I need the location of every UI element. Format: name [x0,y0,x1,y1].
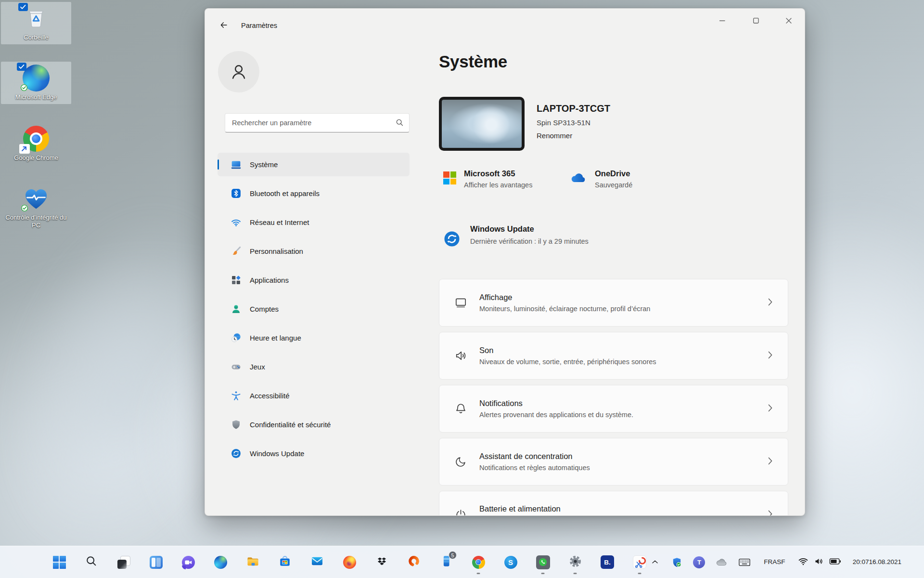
sidebar-item-accessibilite[interactable]: Accessibilité [218,384,410,407]
file-explorer-button[interactable] [239,550,266,575]
snipping-tool-button[interactable] [626,550,653,575]
card-son[interactable]: Son Niveaux de volume, sortie, entrée, p… [439,332,788,380]
microsoft-store-button[interactable] [271,550,298,575]
desktop-icon-edge[interactable]: Microsoft Edge [1,62,71,104]
personalization-icon [231,246,242,257]
tray-time: 20:07 [853,557,869,567]
sidebar-item-bluetooth[interactable]: Bluetooth et appareils [218,182,410,205]
touch-keyboard-icon[interactable] [739,558,750,566]
sidebar-item-windows-update[interactable]: Windows Update [218,442,410,465]
sound-icon [454,349,467,362]
windows-security-icon[interactable] [671,557,682,568]
sidebar-item-confidentialite[interactable]: Confidentialité et sécurité [218,413,410,436]
desktop-icon-label: Google Chrome [14,154,58,162]
sidebar-item-heure-langue[interactable]: Heure et langue [218,326,410,350]
card-batterie[interactable]: Batterie et alimentation [439,491,788,516]
running-indicator [574,573,577,574]
b-app-button[interactable]: B. [594,550,621,575]
dropbox-button[interactable] [368,550,395,575]
accounts-icon [231,303,242,315]
settings-taskbar-button[interactable] [562,550,589,575]
onedrive-cloud-icon [570,172,587,189]
start-button[interactable] [46,550,73,575]
office-icon [408,555,420,569]
pc-health-heart-icon [23,185,49,212]
battery-icon [829,558,841,567]
teams-icon[interactable]: T [693,556,705,568]
sidebar-item-personnalisation[interactable]: Personnalisation [218,239,410,263]
clock[interactable]: 20:07 16.08.2021 [853,557,901,567]
minimize-button[interactable] [711,13,733,29]
sidebar-item-label: Accessibilité [250,392,290,400]
onedrive-link[interactable]: OneDrive Sauvegardé [570,169,632,189]
taskbar-search-button[interactable] [78,550,105,575]
whatsapp-button[interactable] [529,550,556,575]
sidebar-item-systeme[interactable]: Système [218,153,410,176]
desktop-icon-chrome[interactable]: Google Chrome [1,122,71,165]
firefox-button[interactable] [336,550,363,575]
office-button[interactable] [400,550,427,575]
back-button[interactable] [216,19,232,33]
desktop-icon-label: Microsoft Edge [15,93,57,101]
desktop-icon-recycle-bin[interactable]: Corbeille [1,2,71,44]
chrome-icon [472,556,485,569]
card-assistant-concentration[interactable]: Assistant de concentration Notifications… [439,438,788,486]
edge-taskbar-button[interactable] [207,550,234,575]
chrome-icon [23,125,49,152]
gaming-icon [231,361,242,372]
close-button[interactable] [778,13,800,29]
settings-nav: Système Bluetooth et appareils Réseau et… [218,153,410,471]
device-model: Spin SP313-51N [537,118,610,127]
shortcut-arrow-icon [19,144,30,154]
widgets-icon [150,556,163,569]
tray-overflow-button[interactable] [650,557,660,567]
rename-button[interactable]: Renommer [537,131,610,140]
page-title: Système [439,52,507,71]
card-affichage[interactable]: Affichage Moniteurs, luminosité, éclaira… [439,279,788,327]
card-notifications[interactable]: Notifications Alertes provenant des appl… [439,385,788,433]
privacy-icon [231,419,242,430]
dropbox-icon [375,556,388,568]
sidebar-item-jeux[interactable]: Jeux [218,355,410,379]
settings-window: Paramètres Système Bluetooth et appareil… [205,8,805,516]
windows-update-status[interactable]: Windows Update Dernière vérification : i… [443,224,589,248]
search-input[interactable] [225,113,410,132]
language-indicator[interactable]: FRASF [764,558,785,566]
your-phone-button[interactable]: 5 [433,550,460,575]
skype-button[interactable]: S [497,550,524,575]
mail-button[interactable] [304,550,331,575]
sidebar-item-label: Heure et langue [250,334,301,342]
verified-badge-icon [20,84,28,92]
chrome-taskbar-button[interactable] [465,550,492,575]
user-avatar[interactable] [218,51,259,92]
chevron-right-icon [768,510,772,516]
edge-icon [214,556,227,569]
display-icon [454,296,467,309]
microsoft365-link[interactable]: Microsoft 365 Afficher les avantages [443,169,532,189]
power-icon [454,508,467,516]
desktop-icon-pc-health-check[interactable]: Contrôle d’intégrité du PC [1,182,71,233]
device-name: LAPTOP-3TCGT [537,103,610,114]
sidebar-item-label: Personnalisation [250,247,303,255]
skype-icon: S [504,556,517,569]
chevron-right-icon [768,298,772,308]
bell-icon [454,402,467,415]
tray-date: 16.08.2021 [869,557,901,567]
volume-icon [814,556,824,568]
task-view-button[interactable] [110,550,137,575]
firefox-icon [343,556,356,569]
sidebar-item-comptes[interactable]: Comptes [218,297,410,321]
onedrive-tray-icon[interactable] [716,558,727,566]
sidebar-item-reseau[interactable]: Réseau et Internet [218,210,410,234]
selection-checkbox-icon[interactable] [18,3,28,11]
chevron-right-icon [768,404,772,414]
selection-checkbox-icon[interactable] [17,63,26,71]
maximize-button[interactable] [745,13,767,29]
chat-button[interactable] [175,550,202,575]
microsoft-logo-icon [443,171,456,184]
widgets-button[interactable] [142,550,169,575]
sidebar-item-label: Système [250,160,278,169]
status-icons[interactable] [798,556,841,568]
search-icon[interactable] [396,118,404,129]
sidebar-item-applications[interactable]: Applications [218,268,410,292]
